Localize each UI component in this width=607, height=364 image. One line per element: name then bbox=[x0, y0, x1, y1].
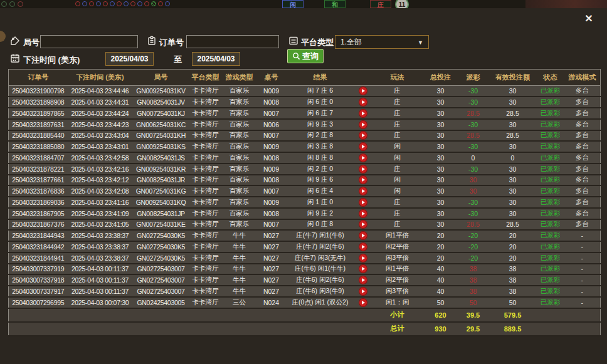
play-icon[interactable] bbox=[359, 86, 367, 95]
play-icon[interactable] bbox=[359, 276, 367, 284]
game-type: 百家乐 bbox=[222, 219, 257, 231]
search-button[interactable]: 查询 bbox=[287, 49, 324, 63]
play-icon[interactable] bbox=[359, 142, 367, 151]
table-number: N007 bbox=[257, 108, 286, 119]
total-bet: 40 bbox=[424, 274, 458, 286]
game-type: 牛牛 bbox=[222, 264, 257, 275]
status-badge: 已派彩 bbox=[537, 274, 564, 286]
play-icon[interactable] bbox=[359, 231, 367, 240]
table-number: N027 bbox=[257, 252, 286, 264]
replay-cell bbox=[355, 119, 371, 130]
roadmap-circle bbox=[124, 1, 129, 6]
order-number: 250403231869036 bbox=[9, 197, 68, 208]
grand-total-valid-bet: 889.5 bbox=[489, 322, 537, 336]
list-icon bbox=[288, 36, 298, 46]
roadmap-circle bbox=[75, 1, 80, 6]
roadmap-circle bbox=[82, 1, 87, 6]
table-number: N008 bbox=[257, 152, 286, 164]
total-bet: 30 bbox=[424, 96, 458, 108]
total-bet: 30 bbox=[424, 130, 458, 142]
table-number: N027 bbox=[257, 286, 286, 297]
replay-cell bbox=[355, 86, 371, 97]
col-payout: 派彩 bbox=[458, 70, 489, 86]
play-icon[interactable] bbox=[359, 209, 367, 218]
game-type: 牛牛 bbox=[222, 252, 257, 264]
round-number: GN027254030K5 bbox=[133, 241, 189, 252]
total-bet: 30 bbox=[424, 185, 458, 197]
play-icon[interactable] bbox=[359, 220, 367, 229]
play-icon[interactable] bbox=[359, 287, 367, 296]
play-icon[interactable] bbox=[359, 254, 367, 263]
total-bet: 30 bbox=[424, 208, 458, 219]
bet-time: 2025-04-03 00:07:30 bbox=[68, 297, 133, 308]
order-number: 250403231900798 bbox=[9, 86, 68, 97]
result: 闲 6 庄 0 bbox=[286, 96, 355, 108]
play-icon[interactable] bbox=[359, 131, 367, 140]
table-body: 250403231900798 2025-04-03 23:44:46 GN00… bbox=[9, 86, 601, 308]
grand-total-total-bet: 930 bbox=[424, 322, 458, 336]
baccarat-roadmap bbox=[75, 1, 170, 6]
round-label: 局号 bbox=[23, 37, 40, 48]
payout: -30 bbox=[458, 208, 489, 219]
total-bet: 20 bbox=[424, 252, 458, 264]
play-icon[interactable] bbox=[359, 264, 367, 273]
bet-type: 庄 bbox=[371, 130, 424, 142]
total-bet: 30 bbox=[424, 164, 458, 175]
round-number: GN008254031JV bbox=[133, 96, 189, 108]
payout: 30 bbox=[458, 175, 489, 186]
order-number: 250403231867376 bbox=[9, 219, 68, 231]
game-type: 百家乐 bbox=[222, 86, 257, 97]
order-input[interactable] bbox=[186, 35, 279, 48]
subtotal-payout: 39.5 bbox=[458, 308, 489, 322]
round-number: GN008254031JP bbox=[133, 208, 189, 219]
table-row: 250403231897631 2025-04-03 23:44:23 GN00… bbox=[9, 119, 601, 130]
play-icon[interactable] bbox=[359, 198, 367, 207]
game-mode: 多台 bbox=[564, 119, 601, 130]
status-badge: 已派彩 bbox=[537, 197, 564, 208]
play-icon[interactable] bbox=[359, 153, 367, 162]
order-label: 订单号 bbox=[159, 37, 184, 48]
total-bet: 40 bbox=[424, 286, 458, 297]
replay-cell bbox=[355, 152, 371, 164]
play-icon[interactable] bbox=[359, 175, 367, 184]
date-to-picker[interactable]: 2025/04/03 ▼ bbox=[192, 52, 240, 66]
valid-bet: 30 bbox=[489, 197, 537, 208]
order-number: 250403007337918 bbox=[9, 274, 68, 286]
tie-bet-tile: 和 bbox=[324, 0, 346, 8]
play-icon[interactable] bbox=[359, 165, 367, 174]
play-icon[interactable] bbox=[359, 98, 367, 107]
total-bet: 30 bbox=[424, 86, 458, 97]
play-icon[interactable] bbox=[359, 187, 367, 195]
valid-bet: 20 bbox=[489, 241, 537, 252]
game-mode: 多台 bbox=[564, 141, 601, 152]
status-badge: 已派彩 bbox=[537, 230, 564, 241]
bet-time-label: 下注时间 (美东) bbox=[23, 55, 80, 66]
round-input[interactable] bbox=[40, 35, 138, 48]
table-row: 250403231878221 2025-04-03 23:42:16 GN00… bbox=[9, 164, 601, 175]
date-from-picker[interactable]: 2025/04/03 ▼ bbox=[105, 52, 154, 66]
table-row: 250403231877661 2025-04-03 23:42:12 GN00… bbox=[9, 175, 601, 186]
payout: -30 bbox=[458, 164, 489, 175]
subtotal-valid-bet: 579.5 bbox=[489, 308, 537, 322]
round-number: GN009254031KS bbox=[133, 141, 189, 152]
play-icon[interactable] bbox=[359, 298, 367, 307]
grand-total-label: 总计 bbox=[371, 322, 424, 336]
payout: -30 bbox=[458, 197, 489, 208]
order-number: 250403231844941 bbox=[9, 252, 68, 264]
bet-type: 闲 bbox=[371, 152, 424, 164]
result: 闲 1 庄 0 bbox=[286, 197, 355, 208]
table-row: 250403231898908 2025-04-03 23:44:31 GN00… bbox=[9, 96, 601, 108]
game-mode: - bbox=[564, 286, 601, 297]
total-bet: 40 bbox=[424, 264, 458, 275]
play-icon[interactable] bbox=[359, 120, 367, 129]
order-number: 250403231897865 bbox=[9, 108, 68, 119]
platform-type-select[interactable]: 1.全部 ▼ bbox=[335, 35, 429, 49]
play-icon[interactable] bbox=[359, 242, 367, 251]
platform-type: 卡卡湾厅 bbox=[189, 264, 222, 275]
subtotal-label: 小计 bbox=[371, 308, 424, 322]
play-icon[interactable] bbox=[359, 109, 367, 118]
table-number: N006 bbox=[257, 119, 286, 130]
table-row: 250403231885080 2025-04-03 23:43:01 GN00… bbox=[9, 141, 601, 152]
result: 庄(牛6) 闲2(牛6) bbox=[286, 274, 355, 286]
game-mode: 多台 bbox=[564, 152, 601, 164]
